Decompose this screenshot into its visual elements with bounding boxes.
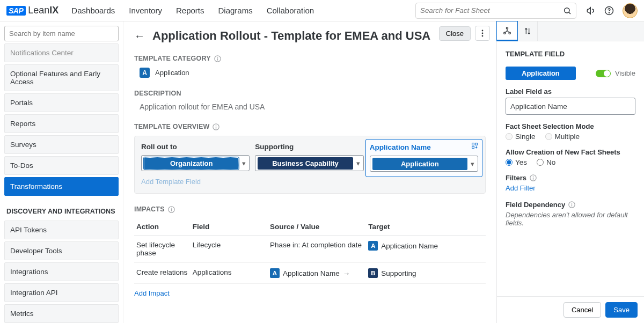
overview-select-supporting[interactable]: Business Capability ▾ (255, 155, 363, 171)
sidebar-item-surveys[interactable]: Surveys (4, 135, 119, 154)
impacts-cell-source: A Application Name → (268, 263, 366, 284)
impacts-th-source: Source / Value (268, 218, 366, 236)
sort-icon (523, 27, 532, 35)
impacts-cell-target: A Application Name (366, 236, 486, 263)
sidebar-item-notifications[interactable]: Notifications Center (4, 43, 119, 62)
info-icon (168, 206, 175, 213)
overview-select-rollout[interactable]: Organization ▾ (141, 155, 250, 171)
megaphone-icon[interactable] (586, 6, 596, 16)
panel-tab-sort[interactable] (517, 21, 538, 41)
overview-col-application-name[interactable]: Application Name Application ▾ (365, 139, 482, 177)
dependency-label: Field Dependency (506, 201, 635, 209)
global-search[interactable] (415, 3, 576, 19)
sidebar-item-optional-features[interactable]: Optional Features and Early Access (4, 64, 119, 91)
edit-icon[interactable] (471, 142, 478, 151)
impacts-row[interactable]: Set lifecycle phase Lifecycle Phase in: … (134, 236, 486, 263)
impacts-th-action: Action (134, 218, 191, 236)
overview-select-application[interactable]: Application ▾ (370, 156, 478, 172)
impacts-cell-action: Set lifecycle phase (134, 236, 191, 263)
global-search-input[interactable] (420, 6, 563, 14)
svg-rect-27 (572, 204, 572, 207)
nav-inventory[interactable]: Inventory (129, 6, 162, 15)
user-avatar[interactable] (623, 3, 638, 18)
overview-col-supporting[interactable]: Supporting Business Capability ▾ (255, 143, 363, 172)
help-icon[interactable] (604, 6, 614, 16)
sidebar-item-portals[interactable]: Portals (4, 93, 119, 112)
svg-rect-13 (472, 143, 474, 145)
overview-col-label: Roll out to (141, 143, 250, 151)
add-filter-link[interactable]: Add Filter (506, 184, 536, 192)
allow-create-yes[interactable]: Yes (506, 158, 527, 166)
category-badge: A (140, 68, 150, 78)
info-icon (214, 55, 221, 62)
nav-reports[interactable]: Reports (176, 6, 204, 15)
section-label-text: IMPACTS (134, 205, 165, 213)
logo-ix-text: IX (49, 5, 58, 16)
fs-mode-single[interactable]: Single (506, 133, 536, 141)
chevron-down-icon: ▾ (356, 159, 360, 167)
top-bar: SAP LeanIX Dashboards Inventory Reports … (0, 0, 644, 21)
target-text: Application Name (381, 242, 438, 250)
section-impacts: IMPACTS (134, 205, 486, 213)
back-arrow-icon[interactable]: ← (134, 30, 145, 42)
impacts-cell-action: Create relations (134, 263, 191, 284)
label-field-as-label: Label Field as (506, 87, 635, 96)
nav-diagrams[interactable]: Diagrams (218, 6, 252, 15)
overview-pill-organization: Organization (144, 157, 239, 170)
sidebar-item-api-tokens[interactable]: API Tokens (4, 221, 119, 239)
fs-mode-multiple[interactable]: Multiple (545, 133, 580, 141)
allow-create-no[interactable]: No (537, 158, 555, 166)
search-icon (563, 6, 572, 15)
visible-label: Visible (615, 69, 635, 77)
svg-point-26 (572, 203, 573, 204)
more-actions-button[interactable] (475, 26, 490, 41)
label-field-as-input[interactable] (506, 98, 635, 115)
impacts-table: Action Field Source / Value Target Set l… (134, 218, 486, 284)
impacts-cell-field: Lifecycle (191, 236, 268, 263)
svg-point-19 (506, 27, 508, 29)
sidebar-item-integration-api[interactable]: Integration API (4, 283, 119, 302)
right-panel-tabs (497, 21, 644, 41)
svg-point-4 (482, 30, 484, 32)
close-button[interactable]: Close (439, 26, 471, 41)
section-description: DESCRIPTION (134, 90, 486, 97)
sidebar-heading-discovery: DISCOVERY AND INTEGRATIONS (4, 198, 119, 221)
visible-toggle[interactable] (596, 70, 611, 77)
section-template-category: TEMPLATE CATEGORY (134, 55, 486, 62)
overview-pill-application: Application (372, 158, 467, 170)
panel-tab-structure[interactable] (497, 21, 517, 41)
svg-rect-14 (475, 143, 478, 145)
section-label-text: TEMPLATE CATEGORY (134, 55, 211, 62)
add-template-field-link[interactable]: Add Template Field (141, 178, 201, 186)
save-button[interactable]: Save (605, 302, 638, 318)
top-icons (586, 3, 638, 18)
svg-point-11 (216, 125, 217, 126)
sidebar-item-todos[interactable]: To-Dos (4, 156, 119, 175)
overview-box: Roll out to Organization ▾ Supporting Bu… (134, 136, 486, 194)
sidebar-item-transformations[interactable]: Transformations (4, 177, 119, 196)
nav-dashboards[interactable]: Dashboards (71, 6, 115, 15)
sidebar-item-reports[interactable]: Reports (4, 114, 119, 133)
svg-point-17 (171, 208, 172, 209)
svg-rect-15 (472, 146, 474, 149)
impacts-cell-target: B Supporting (366, 263, 486, 284)
settings-sidebar: Notifications Center Optional Features a… (0, 21, 123, 323)
section-label-text: TEMPLATE OVERVIEW (134, 123, 209, 130)
sidebar-item-metrics[interactable]: Metrics (4, 304, 119, 323)
overview-col-rollout[interactable]: Roll out to Organization ▾ (141, 143, 250, 172)
info-icon (568, 201, 575, 208)
sidebar-item-integrations[interactable]: Integrations (4, 262, 119, 281)
description-text: Application rollout for EMEA and USA (140, 102, 486, 111)
nav-collaboration[interactable]: Collaboration (267, 6, 314, 15)
panel-heading: TEMPLATE FIELD (506, 50, 635, 58)
overview-col-label: Supporting (255, 143, 363, 151)
cancel-button[interactable]: Cancel (564, 302, 601, 318)
target-badge: A (368, 241, 378, 251)
add-impact-link[interactable]: Add Impact (134, 289, 170, 297)
sidebar-item-developer-tools[interactable]: Developer Tools (4, 241, 119, 260)
sidebar-search-input[interactable] (4, 26, 119, 41)
impacts-th-target: Target (366, 218, 486, 236)
main-content: Close ← Application Rollout - Template f… (123, 21, 496, 323)
impacts-row[interactable]: Create relations Applications A Applicat… (134, 263, 486, 284)
right-panel: TEMPLATE FIELD Application Visible Label… (496, 21, 644, 323)
